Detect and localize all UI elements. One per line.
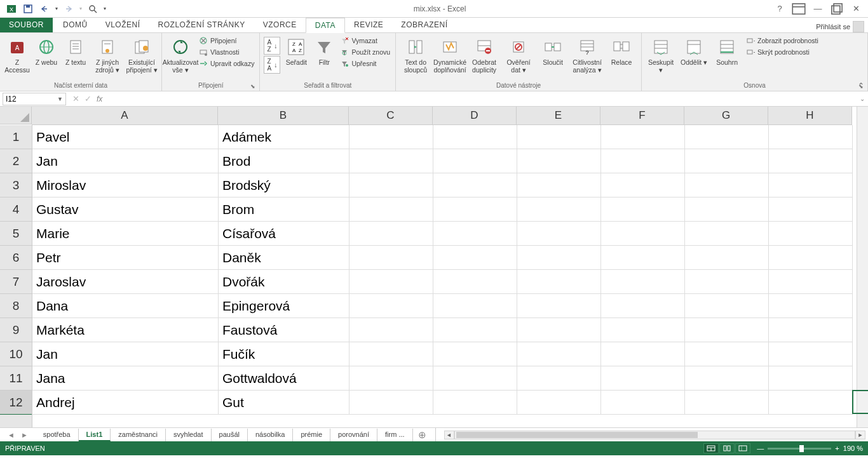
accept-formula-button[interactable]: ✓ [85,94,92,104]
filter-opt-1[interactable]: Použít znovu [339,47,391,57]
col-header-A[interactable]: A [32,107,218,124]
refresh-all-button[interactable]: Aktualizovat vše ▾ [166,34,195,74]
cell-F7[interactable] [601,270,685,294]
cell-C3[interactable] [349,173,433,197]
sheet-nav-next[interactable]: ► [18,431,31,439]
col-header-G[interactable]: G [684,107,768,124]
cell-D9[interactable] [433,318,517,342]
cell-B10[interactable]: Fučík [219,342,349,366]
cell-A4[interactable]: Gustav [32,197,219,222]
sheet-tab-1[interactable]: List1 [79,429,111,441]
cell-H6[interactable] [769,246,853,270]
row-header-8[interactable]: 8 [0,294,32,318]
cell-G9[interactable] [685,318,769,342]
col-header-H[interactable]: H [768,107,852,124]
redo-dropdown[interactable]: ▾ [78,2,84,16]
filter-opt-0[interactable]: Vymazat [339,36,391,46]
cell-E1[interactable] [517,125,601,149]
cell-F8[interactable] [601,294,685,318]
sheet-tab-7[interactable]: porovnání [330,429,377,441]
cell-F9[interactable] [601,318,685,342]
tab-vložení[interactable]: VLOŽENÍ [97,18,149,32]
cell-B7[interactable]: Dvořák [219,270,349,294]
row-header-10[interactable]: 10 [0,342,32,366]
close-button[interactable]: ✕ [848,2,864,16]
sort-button[interactable]: ZAAZ Seřadit [283,34,309,66]
zoom-out-button[interactable]: — [757,445,764,452]
cell-H10[interactable] [769,342,853,366]
cell-A2[interactable]: Jan [32,149,219,173]
datatool-6[interactable]: Relace [606,34,637,66]
cell-F12[interactable] [601,391,685,415]
page-break-view-button[interactable] [735,443,750,453]
cell-B1[interactable]: Adámek [219,125,349,149]
tab-rozložení stránky[interactable]: ROZLOŽENÍ STRÁNKY [149,18,254,32]
datatool-2[interactable]: Odebrat duplicity [468,34,500,74]
cell-D4[interactable] [433,197,517,222]
cell-B12[interactable]: Gut [219,391,349,415]
row-header-3[interactable]: 3 [0,173,32,197]
cell-E8[interactable] [517,294,601,318]
cell-D12[interactable] [433,391,517,415]
sheet-tab-4[interactable]: paušál [212,429,248,441]
sheet-tab-6[interactable]: prémie [293,429,330,441]
cell-D7[interactable] [433,270,517,294]
qat-customize[interactable]: ▾ [102,2,108,16]
cell-C6[interactable] [349,246,433,270]
cell-B9[interactable]: Faustová [219,318,349,342]
undo-dropdown[interactable]: ▾ [53,2,60,16]
outline-1[interactable]: Oddělit ▾ [679,34,709,74]
cell-G5[interactable] [685,222,769,246]
ext-data-2[interactable]: Z textu [62,34,89,66]
cell-F4[interactable] [601,197,685,222]
cell-F3[interactable] [601,173,685,197]
cell-A6[interactable]: Petr [32,246,219,270]
ribbon-display-button[interactable] [790,2,807,16]
scroll-left-button[interactable]: ◄ [444,431,454,439]
cell-H12[interactable] [769,391,853,415]
cell-D11[interactable] [433,366,517,391]
cell-E9[interactable] [517,318,601,342]
outline-detail-1[interactable]: −Skrýt podrobnosti [745,47,820,57]
sheet-tab-3[interactable]: svyhledat [166,429,211,441]
datatool-3[interactable]: Ověření dat ▾ [503,34,534,74]
cell-G3[interactable] [685,173,769,197]
cell-F6[interactable] [601,246,685,270]
cell-E4[interactable] [517,197,601,222]
cell-D5[interactable] [433,222,517,246]
cell-A1[interactable]: Pavel [32,125,219,149]
cell-G11[interactable] [685,366,769,391]
cell-G8[interactable] [685,294,769,318]
cell-D2[interactable] [433,149,517,173]
cell-C10[interactable] [349,342,433,366]
filter-button[interactable]: Filtr [312,34,336,66]
horizontal-scrollbar[interactable]: ◄ ► [444,431,865,439]
cell-G4[interactable] [685,197,769,222]
cell-A11[interactable]: Jana [32,366,219,391]
zoom-in-button[interactable]: + [835,445,839,452]
cell-A12[interactable]: Andrej [32,391,219,415]
datatool-0[interactable]: Text do sloupců [400,34,431,74]
cell-H5[interactable] [769,222,853,246]
outline-0[interactable]: Seskupit ▾ [646,34,676,74]
ext-data-3[interactable]: Z jiných zdrojů ▾ [92,34,123,74]
cell-G1[interactable] [685,125,769,149]
cell-G6[interactable] [685,246,769,270]
cell-B4[interactable]: Brom [219,197,349,222]
page-layout-view-button[interactable] [719,443,735,453]
cell-A10[interactable]: Jan [32,342,219,366]
datatool-4[interactable]: Sloučit [537,34,569,66]
conn-2[interactable]: Upravit odkazy [198,58,255,69]
cell-A9[interactable]: Markéta [32,318,219,342]
cell-F1[interactable] [601,125,685,149]
cell-D10[interactable] [433,342,517,366]
filter-opt-2[interactable]: Upřesnit [339,58,391,69]
row-header-2[interactable]: 2 [0,149,32,173]
formula-input[interactable] [109,93,857,105]
cell-B11[interactable]: Gottwaldová [219,366,349,391]
cell-H9[interactable] [769,318,853,342]
select-all-corner[interactable] [0,107,32,124]
sheet-tab-0[interactable]: spotřeba [36,429,79,441]
cell-C4[interactable] [349,197,433,222]
sheet-nav-prev[interactable]: ◄ [5,431,17,439]
